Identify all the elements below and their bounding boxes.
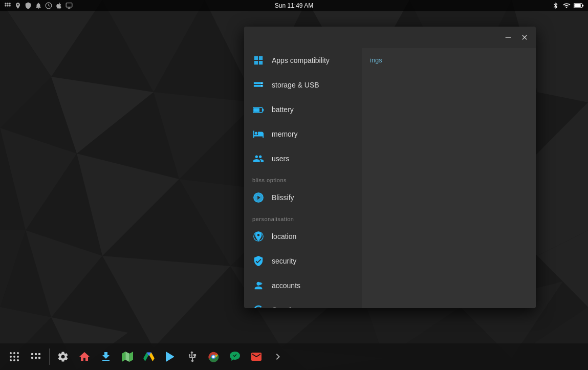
taskbar-download[interactable] [96, 346, 116, 367]
security-label: security [272, 257, 354, 265]
svg-point-30 [5, 3, 6, 4]
taskbar-divider-1 [49, 349, 50, 365]
settings-panel: ings [362, 48, 536, 308]
blissify-icon [252, 191, 265, 204]
svg-point-57 [10, 359, 12, 361]
google-icon [252, 304, 265, 308]
section-header-personalisation: personalisation [244, 210, 362, 224]
section-header-bliss: Bliss Options [244, 171, 362, 185]
window-titlebar [244, 27, 536, 48]
svg-rect-48 [253, 108, 259, 112]
svg-point-59 [17, 359, 19, 361]
taskbar-app-drawer[interactable] [4, 346, 25, 367]
sidebar-item-google[interactable]: Google [244, 298, 362, 308]
taskbar-launcher[interactable] [26, 346, 46, 367]
sidebar-item-memory[interactable]: memory [244, 122, 362, 146]
taskbar-chrome[interactable] [203, 346, 224, 367]
sidebar-item-blissify[interactable]: Blissify [244, 185, 362, 210]
status-bar: Sun 11:49 AM [0, 0, 588, 11]
taskbar-maps[interactable] [117, 346, 138, 367]
sidebar-item-location[interactable]: location [244, 224, 362, 249]
svg-point-31 [7, 3, 9, 4]
svg-rect-39 [582, 5, 584, 6]
settings-window: Apps compatibility storage & USB battery [244, 27, 536, 308]
sidebar-item-storage[interactable]: storage & USB [244, 73, 362, 97]
close-button[interactable] [517, 30, 532, 45]
svg-point-32 [9, 3, 11, 4]
svg-point-52 [13, 352, 15, 354]
svg-rect-61 [35, 353, 37, 355]
storage-label: storage & USB [272, 81, 354, 89]
taskbar [0, 343, 588, 370]
svg-rect-64 [35, 357, 37, 359]
status-icon-2 [14, 2, 21, 9]
svg-point-55 [13, 356, 15, 358]
sidebar-item-users[interactable]: users [244, 146, 362, 171]
taskbar-drive[interactable] [139, 346, 159, 367]
sidebar-item-security[interactable]: security [244, 249, 362, 273]
status-bar-right [552, 2, 584, 9]
sidebar-item-accounts[interactable]: accounts [244, 273, 362, 298]
status-icon-4 [35, 2, 42, 9]
taskbar-play[interactable] [160, 346, 181, 367]
status-icon-5 [45, 2, 52, 9]
svg-point-35 [9, 5, 11, 7]
svg-rect-62 [38, 353, 40, 355]
taskbar-home[interactable] [74, 346, 95, 367]
svg-point-56 [17, 356, 19, 358]
users-icon [252, 153, 265, 165]
battery-item-icon [252, 103, 265, 116]
grid-icon [252, 54, 265, 67]
users-label: users [272, 155, 354, 163]
status-icon-3 [25, 2, 32, 9]
memory-icon [252, 128, 265, 140]
svg-rect-63 [31, 357, 33, 359]
location-icon [252, 230, 265, 243]
taskbar-usb[interactable] [182, 346, 202, 367]
svg-point-53 [17, 352, 19, 354]
svg-point-58 [13, 359, 15, 361]
svg-marker-67 [125, 352, 129, 362]
blissify-label: Blissify [272, 193, 354, 202]
svg-point-44 [262, 82, 263, 83]
svg-rect-41 [506, 37, 511, 37]
svg-rect-47 [263, 108, 264, 111]
google-label: Google [272, 306, 354, 308]
taskbar-gmail[interactable] [246, 346, 267, 367]
taskbar-more[interactable] [268, 346, 288, 367]
status-bar-time: Sun 11:49 AM [275, 2, 313, 9]
taskbar-settings[interactable] [53, 346, 73, 367]
battery-label: battery [272, 105, 354, 114]
svg-rect-65 [38, 357, 40, 359]
settings-sidebar: Apps compatibility storage & USB battery [244, 48, 362, 308]
sidebar-item-battery[interactable]: battery [244, 97, 362, 122]
wifi-icon [562, 2, 571, 9]
svg-rect-40 [574, 4, 581, 7]
apps-compatibility-label: Apps compatibility [272, 56, 354, 64]
location-label: location [272, 232, 354, 241]
svg-rect-37 [66, 3, 72, 7]
status-icon-1 [4, 2, 11, 9]
memory-label: memory [272, 130, 354, 138]
svg-rect-60 [31, 353, 33, 355]
svg-point-54 [10, 356, 12, 358]
svg-point-33 [5, 5, 6, 7]
accounts-icon [252, 279, 265, 292]
battery-icon [574, 2, 584, 9]
accounts-label: accounts [272, 281, 354, 290]
sidebar-item-apps-compatibility[interactable]: Apps compatibility [244, 48, 362, 73]
svg-point-45 [262, 85, 263, 86]
status-bar-left [4, 2, 73, 9]
svg-point-51 [10, 352, 12, 354]
bluetooth-icon [552, 2, 559, 9]
svg-point-72 [212, 356, 215, 358]
status-icon-6 [55, 2, 62, 9]
panel-hint: ings [370, 56, 382, 64]
storage-icon [252, 79, 265, 91]
status-icon-7 [66, 2, 73, 9]
minimize-button[interactable] [501, 30, 515, 45]
taskbar-hangouts[interactable] [225, 346, 245, 367]
window-content: Apps compatibility storage & USB battery [244, 48, 536, 308]
svg-point-34 [7, 5, 9, 7]
security-icon [252, 255, 265, 267]
